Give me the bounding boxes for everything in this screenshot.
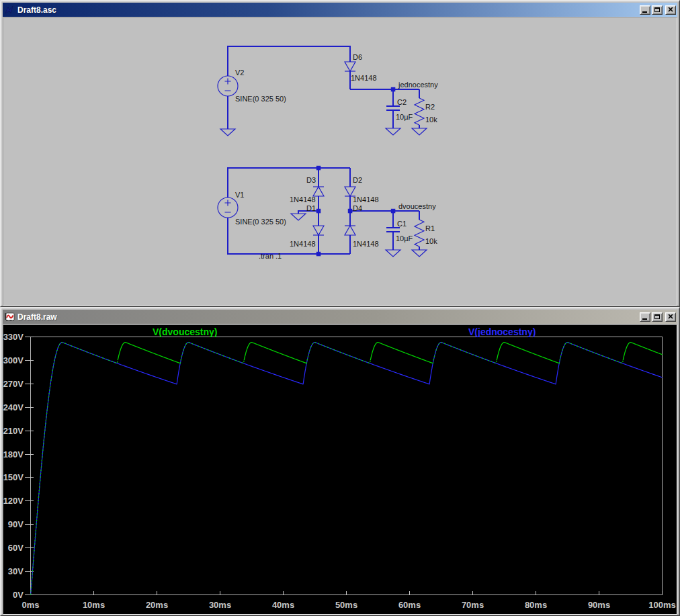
net-label-dvoucestny[interactable]: dvoucestny <box>398 202 436 210</box>
component-value-D1[interactable]: 1N4148 <box>290 240 316 248</box>
ground-symbol[interactable] <box>412 128 427 135</box>
component-label-R1[interactable]: R1 <box>425 224 435 232</box>
y-tick-label: 60V <box>8 543 24 553</box>
x-tick-label: 60ms <box>398 600 421 610</box>
junction-dot <box>348 209 353 214</box>
close-button[interactable] <box>665 312 676 322</box>
schematic-window: Draft8.asc V2SINE(0 325 50)V1SINE(0 325 … <box>0 0 680 307</box>
spice-directive[interactable]: .tran .1 <box>259 252 282 260</box>
plot-traces <box>31 343 663 595</box>
ground-symbol[interactable] <box>412 250 427 257</box>
titlebar[interactable]: Draft8.asc <box>3 3 677 17</box>
net-label-jednocestny[interactable]: jednocestny <box>398 81 438 89</box>
close-icon <box>668 7 673 12</box>
component-value-R1[interactable]: 10k <box>425 237 437 245</box>
component-value-V1[interactable]: SINE(0 325 50) <box>235 218 286 226</box>
schematic-canvas[interactable]: V2SINE(0 325 50)V1SINE(0 325 50)D61N4148… <box>3 17 677 306</box>
junction-dot <box>316 209 321 214</box>
component-value-D6[interactable]: 1N4148 <box>351 74 377 82</box>
x-tick-label: 10ms <box>83 600 105 610</box>
minimize-button[interactable] <box>640 5 650 15</box>
component-label-V1[interactable]: V1 <box>235 191 244 199</box>
waveform-pane[interactable]: 0V30V60V90V120V150V180V210V240V270V300V3… <box>3 324 677 615</box>
ltspice-schematic-icon[interactable] <box>4 5 15 15</box>
maximize-icon <box>654 7 660 12</box>
component-V2[interactable] <box>218 76 238 96</box>
x-tick-label: 30ms <box>209 600 231 610</box>
y-tick-label: 0V <box>13 590 24 600</box>
minimize-icon <box>642 11 647 13</box>
component-label-R2[interactable]: R2 <box>425 103 435 111</box>
desktop: { "windows": { "schematic": { "title": "… <box>0 0 680 616</box>
component-value-C2[interactable]: 10µF <box>396 113 413 121</box>
x-tick-label: 70ms <box>462 600 484 610</box>
component-C1[interactable] <box>386 228 400 232</box>
ground-symbol[interactable] <box>386 250 400 257</box>
junction-dot <box>316 166 321 171</box>
component-C2[interactable] <box>386 106 400 110</box>
y-tick-label: 240V <box>3 402 24 412</box>
junction-dot <box>316 252 321 257</box>
ground-symbol[interactable] <box>291 214 306 220</box>
y-tick-label: 300V <box>3 355 24 365</box>
legend-V(jednocestny)[interactable]: V(jednocestny) <box>468 326 536 337</box>
titlebar[interactable]: Draft8.raw <box>3 310 677 324</box>
x-tick-label: 80ms <box>525 600 547 610</box>
waveform-window: Draft8.raw 0V30V60V90V120V150V180V210V24… <box>0 307 680 616</box>
component-R1[interactable] <box>415 220 424 247</box>
component-R2[interactable] <box>415 98 424 125</box>
junction-dot <box>391 209 396 214</box>
trace-V(jednocestny)[interactable] <box>31 343 663 595</box>
component-value-D3[interactable]: 1N4148 <box>290 195 316 204</box>
component-value-D2[interactable]: 1N4148 <box>353 195 379 204</box>
component-label-C2[interactable]: C2 <box>397 98 407 106</box>
ground-symbol[interactable] <box>386 128 400 135</box>
window-controls <box>638 312 676 322</box>
x-tick-label: 0ms <box>22 600 39 610</box>
wire[interactable] <box>228 168 350 197</box>
close-button[interactable] <box>665 5 676 15</box>
trace-V(dvoucestny)-overlap[interactable] <box>31 343 624 595</box>
maximize-button[interactable] <box>652 312 663 322</box>
component-value-V2[interactable]: SINE(0 325 50) <box>235 95 286 103</box>
trace-V(dvoucestny)[interactable] <box>118 343 662 363</box>
y-tick-label: 270V <box>3 379 24 389</box>
x-tick-label: 50ms <box>335 600 357 610</box>
component-V1[interactable] <box>218 197 238 218</box>
component-D6[interactable] <box>345 62 355 71</box>
y-tick-label: 150V <box>3 472 24 482</box>
plot-axes: 0V30V60V90V120V150V180V210V240V270V300V3… <box>3 332 676 610</box>
y-tick-label: 120V <box>3 496 24 506</box>
component-value-R2[interactable]: 10k <box>425 116 437 124</box>
component-label-D6[interactable]: D6 <box>353 53 362 61</box>
component-value-D4[interactable]: 1N4148 <box>353 240 379 248</box>
y-tick-label: 90V <box>8 519 24 529</box>
y-tick-label: 210V <box>3 426 24 436</box>
component-D4[interactable] <box>345 226 355 235</box>
x-tick-label: 20ms <box>146 600 168 610</box>
maximize-icon <box>654 314 660 319</box>
x-tick-label: 100ms <box>648 600 675 610</box>
y-tick-label: 180V <box>3 449 24 459</box>
component-D3[interactable] <box>313 187 324 196</box>
component-D2[interactable] <box>345 187 355 196</box>
ground-symbol[interactable] <box>220 129 235 136</box>
wire[interactable] <box>228 46 350 76</box>
y-tick-label: 330V <box>3 332 24 342</box>
component-label-C1[interactable]: C1 <box>397 220 407 228</box>
component-label-D4[interactable]: D4 <box>353 204 362 212</box>
component-label-D1[interactable]: D1 <box>306 204 316 212</box>
waveform-file-icon[interactable] <box>4 312 15 322</box>
maximize-button[interactable] <box>652 5 663 15</box>
window-title: Draft8.asc <box>17 5 638 15</box>
junction-dot <box>391 87 396 92</box>
component-D1[interactable] <box>313 226 324 235</box>
component-value-C1[interactable]: 10µF <box>396 234 413 243</box>
component-label-V2[interactable]: V2 <box>235 69 244 77</box>
window-title: Draft8.raw <box>17 312 638 322</box>
legend-V(dvoucestny)[interactable]: V(dvoucestny) <box>153 326 217 337</box>
x-tick-label: 40ms <box>272 600 294 610</box>
component-label-D3[interactable]: D3 <box>306 176 316 184</box>
component-label-D2[interactable]: D2 <box>353 176 362 184</box>
minimize-button[interactable] <box>640 312 650 322</box>
